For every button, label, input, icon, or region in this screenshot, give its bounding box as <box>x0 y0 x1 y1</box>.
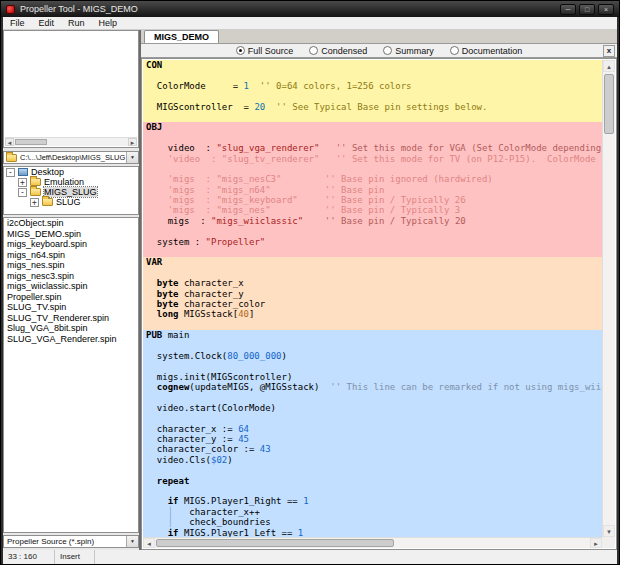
scroll-right-icon[interactable]: ► <box>590 538 602 548</box>
menu-item-file[interactable]: File <box>3 17 32 29</box>
code-line[interactable]: if MIGS.Player1_Left == 1 <box>146 528 602 537</box>
menu-bar: FileEditRunHelp <box>3 17 617 30</box>
code-line[interactable] <box>146 91 602 101</box>
object-view-hscrollbar[interactable]: ◄ ► <box>5 137 137 146</box>
code-line[interactable] <box>146 112 602 122</box>
code-line[interactable]: 'migs : "migs_nesC3" '' Base pin ignored… <box>146 174 602 184</box>
code-line[interactable]: 'video : "slug_tv_renderer" '' Set this … <box>146 154 602 164</box>
code-line[interactable]: VAR <box>146 257 602 267</box>
collapse-icon[interactable]: - <box>6 168 15 177</box>
tab-migs-demo[interactable]: MIGS_DEMO <box>144 30 219 43</box>
code-line[interactable]: character_color := 43 <box>146 444 602 454</box>
object-view[interactable]: ◄ ► <box>3 30 139 148</box>
code-line[interactable]: │ character_x++ <box>146 507 602 517</box>
code-line[interactable] <box>146 341 602 351</box>
code-line[interactable]: migs : "migs_wiiclassic" '' Base pin / T… <box>146 216 602 226</box>
file-item[interactable]: SLUG_VGA_Renderer.spin <box>4 334 138 345</box>
code-line[interactable] <box>146 133 602 143</box>
code-line[interactable]: character_x := 64 <box>146 424 602 434</box>
menu-item-edit[interactable]: Edit <box>32 17 62 29</box>
scroll-left-icon[interactable]: ◄ <box>143 538 155 548</box>
menu-item-help[interactable]: Help <box>92 17 125 29</box>
close-button[interactable]: × <box>598 4 614 15</box>
code-line[interactable]: video : "slug_vga_renderer" '' Set this … <box>146 143 602 153</box>
code-line[interactable]: long MIGSstack[40] <box>146 309 602 319</box>
file-item[interactable]: migs_nesc3.spin <box>4 271 138 282</box>
scroll-down-icon[interactable]: ▼ <box>603 525 615 537</box>
code-line[interactable]: byte character_x <box>146 278 602 288</box>
code-editor[interactable]: CON ColorMode = 1 '' 0=64 colors, 1=256 … <box>141 58 617 550</box>
code-line[interactable] <box>146 413 602 423</box>
view-mode-full-source[interactable]: Full Source <box>236 46 294 56</box>
file-item[interactable]: migs_nes.spin <box>4 260 138 271</box>
code-area[interactable]: CON ColorMode = 1 '' 0=64 colors, 1=256 … <box>143 60 602 537</box>
minimize-button[interactable]: ─ <box>560 4 576 15</box>
code-line[interactable]: 'migs : "migs_nes" '' Base pin / Typical… <box>146 205 602 215</box>
file-item[interactable]: i2cObject.spin <box>4 218 138 229</box>
file-item[interactable]: Slug_VGA_8bit.spin <box>4 323 138 334</box>
scroll-right-icon[interactable]: ► <box>128 138 137 146</box>
code-line[interactable]: │ check_boundries <box>146 517 602 527</box>
file-item[interactable]: migs_keyboard.spin <box>4 239 138 250</box>
code-line[interactable]: byte character_y <box>146 289 602 299</box>
title-bar[interactable]: Propeller Tool - MIGS_DEMO ─ □ × <box>1 1 619 17</box>
code-line[interactable]: video.start(ColorMode) <box>146 403 602 413</box>
expand-icon[interactable]: + <box>18 178 27 187</box>
code-line[interactable]: 'migs : "migs_keyboard" '' Base pin / Ty… <box>146 195 602 205</box>
code-line[interactable]: cognew(updateMIGS, @MIGSstack) '' This l… <box>146 382 602 392</box>
file-item[interactable]: SLUG_TV_Renderer.spin <box>4 313 138 324</box>
code-line[interactable]: ColorMode = 1 '' 0=64 colors, 1=256 colo… <box>146 81 602 91</box>
scrollbar-thumb[interactable] <box>15 139 47 145</box>
code-line[interactable]: video.Cls($02) <box>146 455 602 465</box>
tree-item-emulation[interactable]: +Emulation <box>4 177 138 187</box>
tree-item-desktop[interactable]: -Desktop <box>4 167 138 177</box>
code-line[interactable]: system : "Propeller" <box>146 237 602 247</box>
code-line[interactable]: OBJ <box>146 122 602 132</box>
code-line[interactable] <box>146 393 602 403</box>
scroll-up-icon[interactable]: ▲ <box>603 60 615 72</box>
code-line[interactable]: migs.init(MIGScontroller) <box>146 372 602 382</box>
scrollbar-thumb[interactable] <box>604 74 614 134</box>
scroll-left-icon[interactable]: ◄ <box>5 138 14 146</box>
code-line[interactable] <box>146 361 602 371</box>
file-item[interactable]: SLUG_TV.spin <box>4 302 138 313</box>
code-line[interactable] <box>146 247 602 257</box>
file-item[interactable]: migs_n64.spin <box>4 250 138 261</box>
code-line[interactable] <box>146 465 602 475</box>
code-line[interactable]: if MIGS.Player1_Right == 1 <box>146 496 602 506</box>
folder-path-combo[interactable]: C:\...\Jeff\Desktop\MIGS_SLUG ▼ <box>3 151 139 164</box>
tree-item-migs_slug[interactable]: -MIGS_SLUG <box>4 187 138 197</box>
view-mode-condensed[interactable]: Condensed <box>309 46 367 56</box>
view-mode-documentation[interactable]: Documentation <box>450 46 523 56</box>
scrollbar-thumb[interactable] <box>156 539 394 547</box>
file-item[interactable]: migs_wiiclassic.spin <box>4 281 138 292</box>
collapse-icon[interactable]: - <box>18 188 27 197</box>
maximize-button[interactable]: □ <box>579 4 595 15</box>
menu-item-run[interactable]: Run <box>61 17 92 29</box>
code-line[interactable]: CON <box>146 60 602 70</box>
code-line[interactable] <box>146 268 602 278</box>
code-line[interactable] <box>146 226 602 236</box>
view-mode-summary[interactable]: Summary <box>383 46 434 56</box>
chevron-down-icon[interactable]: ▼ <box>126 536 138 547</box>
code-line[interactable]: PUB main <box>146 330 602 340</box>
horizontal-scrollbar[interactable]: ◄ ► <box>143 537 602 548</box>
code-line[interactable] <box>146 70 602 80</box>
code-line[interactable]: system.Clock(80_000_000) <box>146 351 602 361</box>
code-line[interactable]: 'migs : "migs_n64" '' Base pin <box>146 185 602 195</box>
code-line[interactable]: MIGScontroller = 20 '' See Typical Base … <box>146 102 602 112</box>
code-line[interactable] <box>146 164 602 174</box>
file-filter-combo[interactable]: Propeller Source (*.spin) ▼ <box>3 535 139 548</box>
vertical-scrollbar[interactable]: ▲ ▼ <box>602 60 615 537</box>
file-item[interactable]: MIGS_DEMO.spin <box>4 229 138 240</box>
code-line[interactable] <box>146 486 602 496</box>
expand-icon[interactable]: + <box>30 198 39 207</box>
code-line[interactable]: repeat <box>146 476 602 486</box>
file-item[interactable]: Propeller.spin <box>4 292 138 303</box>
close-pane-button[interactable]: x <box>603 45 615 57</box>
chevron-down-icon[interactable]: ▼ <box>126 152 138 163</box>
code-line[interactable]: character_y := 45 <box>146 434 602 444</box>
tree-item-slug[interactable]: +SLUG <box>4 197 138 207</box>
code-line[interactable] <box>146 320 602 330</box>
code-line[interactable]: byte character_color <box>146 299 602 309</box>
